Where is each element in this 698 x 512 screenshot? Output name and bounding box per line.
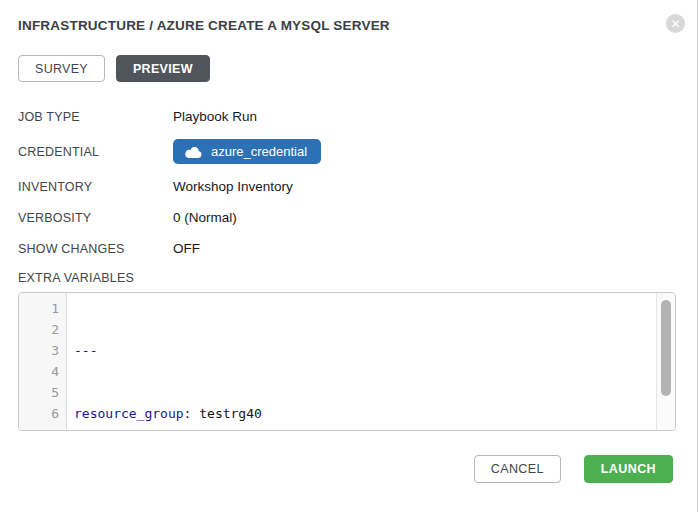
tab-preview[interactable]: PREVIEW [116, 55, 210, 82]
tab-survey[interactable]: SURVEY [18, 55, 105, 82]
credential-badge[interactable]: azure_credential [173, 139, 321, 164]
launch-button[interactable]: LAUNCH [584, 455, 673, 483]
field-row-credential: CREDENTIAL azure_credential [18, 139, 697, 164]
job-type-value: Playbook Run [173, 109, 257, 124]
scrollbar-thumb[interactable] [661, 300, 671, 396]
line-number: 3 [19, 340, 59, 361]
job-type-label: JOB TYPE [18, 110, 173, 124]
code-line: resource_group: testrg40 [74, 403, 656, 424]
credential-label: CREDENTIAL [18, 145, 173, 159]
close-icon[interactable]: ✕ [666, 14, 685, 33]
launch-preview-modal: INFRASTRUCTURE / AZURE CREATE A MYSQL SE… [0, 0, 698, 512]
inventory-label: INVENTORY [18, 180, 173, 194]
code-line: --- [74, 340, 656, 361]
modal-title: INFRASTRUCTURE / AZURE CREATE A MYSQL SE… [18, 12, 390, 33]
field-row-inventory: INVENTORY Workshop Inventory [18, 178, 697, 195]
extra-variables-label: EXTRA VARIABLES [18, 271, 697, 285]
extra-variables-editor[interactable]: 1 2 3 4 5 6 7 --- resource_group: testrg… [18, 292, 676, 431]
tabs: SURVEY PREVIEW [18, 55, 697, 82]
modal-header: INFRASTRUCTURE / AZURE CREATE A MYSQL SE… [18, 12, 697, 33]
show-changes-value: OFF [173, 241, 200, 256]
verbosity-value: 0 (Normal) [173, 210, 237, 225]
inventory-value: Workshop Inventory [173, 179, 293, 194]
editor-line-numbers: 1 2 3 4 5 6 7 [19, 293, 67, 430]
cancel-button[interactable]: CANCEL [474, 455, 561, 483]
cloud-icon [185, 146, 202, 158]
field-row-job-type: JOB TYPE Playbook Run [18, 108, 697, 125]
field-row-show-changes: SHOW CHANGES OFF [18, 240, 697, 257]
line-number: 6 [19, 403, 59, 424]
job-detail-fields: JOB TYPE Playbook Run CREDENTIAL azure_c… [18, 108, 697, 257]
field-row-verbosity: VERBOSITY 0 (Normal) [18, 209, 697, 226]
editor-scrollbar[interactable] [656, 293, 675, 430]
show-changes-label: SHOW CHANGES [18, 242, 173, 256]
credential-badge-label: azure_credential [211, 144, 307, 159]
editor-code-area[interactable]: --- resource_group: testrg40 location: e… [67, 293, 656, 430]
line-number: 1 [19, 298, 59, 319]
modal-footer: CANCEL LAUNCH [474, 455, 673, 483]
verbosity-label: VERBOSITY [18, 211, 173, 225]
line-number: 5 [19, 382, 59, 403]
line-number: 2 [19, 319, 59, 340]
line-number: 4 [19, 361, 59, 382]
line-number: 7 [19, 424, 59, 431]
